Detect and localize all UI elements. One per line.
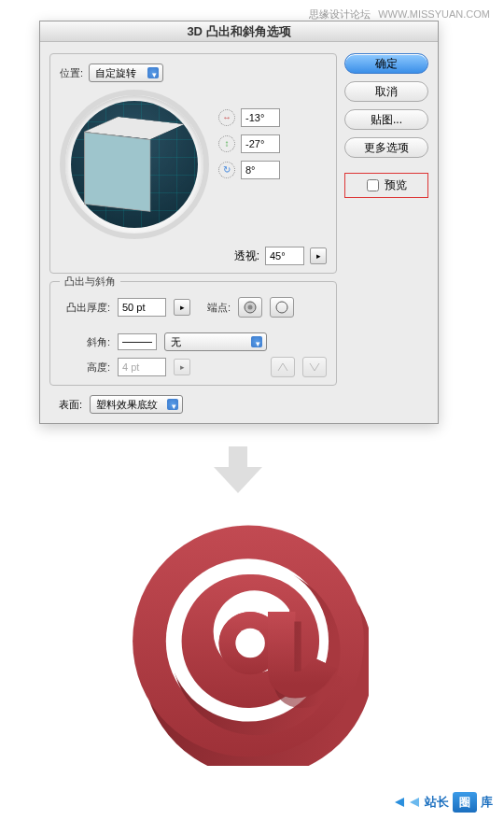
preview-label: 预览 bbox=[385, 177, 407, 193]
position-value: 自定旋转 bbox=[95, 67, 136, 78]
rotation-trackball[interactable] bbox=[60, 90, 209, 239]
cancel-button[interactable]: 取消 bbox=[344, 81, 428, 102]
down-arrow-icon bbox=[210, 446, 266, 493]
position-label: 位置: bbox=[60, 66, 83, 80]
footer-arrow-icon bbox=[410, 798, 419, 807]
surface-label: 表面: bbox=[59, 398, 82, 412]
footer-brand-pre: 站长 bbox=[425, 794, 449, 811]
bevel-height-label: 高度: bbox=[60, 361, 110, 375]
rotate-x-icon bbox=[218, 109, 235, 126]
position-dropdown[interactable]: 自定旋转 bbox=[89, 64, 163, 82]
preview-cube bbox=[101, 124, 167, 205]
result-at-symbol bbox=[126, 504, 369, 766]
perspective-stepper[interactable]: ▸ bbox=[310, 247, 327, 264]
rotate-z-icon bbox=[218, 162, 235, 178]
surface-value: 塑料效果底纹 bbox=[96, 399, 158, 410]
watermark-name: 思缘设计论坛 bbox=[309, 8, 371, 20]
footer-brand-post: 库 bbox=[481, 794, 493, 811]
bevel-out-button bbox=[302, 357, 327, 377]
cap-on-button[interactable] bbox=[238, 297, 262, 318]
extrude-bevel-fieldset: 凸出厚度: ▸ 端点: 斜角: 无 bbox=[49, 281, 337, 386]
ok-button[interactable]: 确定 bbox=[344, 53, 428, 74]
bevel-dropdown[interactable]: 无 bbox=[164, 332, 267, 351]
cap-off-button[interactable] bbox=[270, 297, 294, 318]
bevel-height-input bbox=[118, 358, 166, 376]
bevel-label: 斜角: bbox=[60, 335, 110, 349]
extrude-depth-input[interactable] bbox=[118, 298, 166, 317]
height-stepper: ▸ bbox=[174, 359, 190, 375]
extrude-depth-label: 凸出厚度: bbox=[60, 301, 110, 315]
surface-dropdown[interactable]: 塑料效果底纹 bbox=[90, 395, 183, 414]
footer-logo: 站长 库 bbox=[395, 792, 493, 813]
preview-checkbox-group[interactable]: 预览 bbox=[344, 173, 428, 198]
dialog-3d-extrude-bevel: 3D 凸出和斜角选项 位置: 自定旋转 bbox=[39, 21, 439, 424]
rotate-y-icon bbox=[218, 135, 235, 152]
bevel-value: 无 bbox=[171, 336, 181, 347]
watermark-url: WWW.MISSYUAN.COM bbox=[378, 8, 490, 20]
footer-arrow-icon bbox=[395, 798, 404, 807]
perspective-label: 透视: bbox=[234, 248, 259, 264]
rotate-y-input[interactable] bbox=[241, 134, 280, 153]
more-options-button[interactable]: 更多选项 bbox=[344, 137, 428, 158]
bevel-swatch bbox=[118, 333, 157, 350]
rotate-x-input[interactable] bbox=[241, 108, 280, 127]
svg-point-9 bbox=[235, 629, 264, 658]
bevel-in-button bbox=[271, 357, 295, 377]
perspective-input[interactable] bbox=[265, 247, 304, 265]
watermark: 思缘设计论坛 WWW.MISSYUAN.COM bbox=[309, 7, 490, 21]
svg-point-2 bbox=[276, 302, 287, 313]
cap-label: 端点: bbox=[207, 301, 231, 315]
rotation-fieldset: 位置: 自定旋转 bbox=[49, 53, 337, 274]
rotate-z-input[interactable] bbox=[241, 161, 280, 179]
depth-stepper[interactable]: ▸ bbox=[174, 299, 190, 316]
preview-checkbox[interactable] bbox=[367, 179, 379, 191]
dialog-title: 3D 凸出和斜角选项 bbox=[40, 21, 438, 42]
footer-brand-icon bbox=[453, 792, 477, 813]
svg-point-1 bbox=[248, 305, 253, 310]
map-art-button[interactable]: 贴图... bbox=[344, 109, 428, 130]
